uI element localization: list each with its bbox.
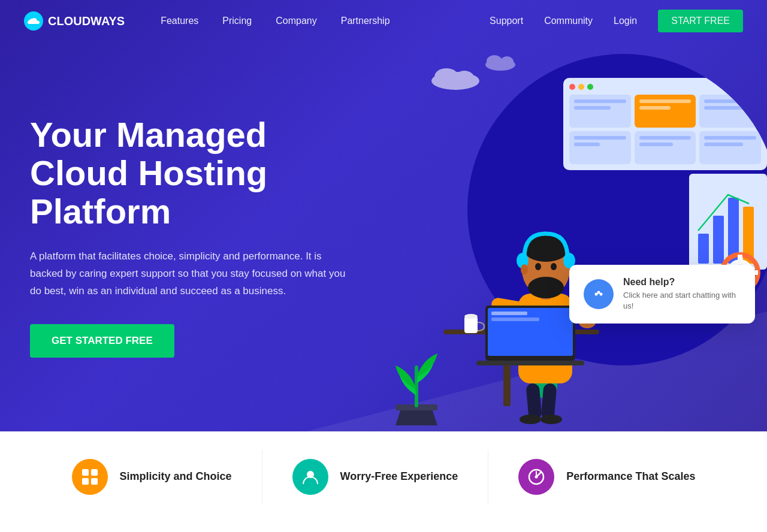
logo-icon — [24, 11, 43, 31]
navbar: CLOUDWAYS Features Pricing Company Partn… — [0, 0, 767, 42]
hero-illustration — [360, 42, 767, 425]
svg-point-51 — [600, 292, 603, 295]
chat-title: Need help? — [623, 277, 741, 288]
feature-worry-free: Worry-Free Experience — [262, 450, 489, 504]
feature-simplicity: Simplicity and Choice — [42, 450, 262, 504]
db-card-3 — [699, 95, 761, 128]
dashboard-window — [563, 78, 767, 170]
svg-rect-55 — [91, 478, 98, 485]
hero-content: Your Managed Cloud Hosting Platform A pl… — [0, 80, 372, 394]
chat-icon — [584, 279, 614, 309]
nav-login[interactable]: Login — [614, 16, 637, 26]
feature-icon-worry-free — [292, 459, 328, 495]
chat-subtitle: Click here and start chatting with us! — [623, 290, 741, 312]
nav-community[interactable]: Community — [544, 16, 593, 26]
nav-features[interactable]: Features — [161, 16, 198, 26]
db-card-4 — [569, 131, 631, 164]
feature-icon-simplicity — [72, 459, 108, 495]
dashboard-grid — [569, 95, 761, 164]
svg-rect-44 — [464, 316, 478, 333]
svg-rect-41 — [491, 312, 527, 315]
nav-links-right: Support Community Login START FREE — [490, 10, 743, 32]
plant-svg — [389, 347, 443, 425]
feature-text-performance: Performance That Scales — [566, 470, 695, 484]
feature-text-worry-free: Worry-Free Experience — [340, 470, 458, 484]
svg-rect-54 — [82, 478, 89, 485]
logo-text: CLOUDWAYS — [48, 14, 125, 28]
db-card-2 — [635, 95, 696, 128]
svg-rect-43 — [476, 361, 584, 365]
logo[interactable]: CLOUDWAYS — [24, 11, 125, 31]
chat-widget[interactable]: Need help? Click here and start chatting… — [569, 265, 755, 324]
feature-performance: Performance That Scales — [488, 450, 725, 504]
feature-title-performance: Performance That Scales — [566, 470, 695, 483]
svg-point-32 — [535, 263, 541, 270]
dot-green — [587, 84, 593, 90]
svg-point-28 — [528, 277, 564, 298]
svg-rect-7 — [698, 234, 709, 264]
window-controls — [569, 84, 761, 90]
db-card-5 — [635, 131, 696, 164]
hero-subtitle: A platform that facilitates choice, simp… — [30, 248, 354, 300]
features-bar: Simplicity and Choice Worry-Free Experie… — [0, 431, 767, 516]
svg-point-34 — [521, 264, 528, 275]
svg-point-60 — [535, 476, 538, 479]
svg-rect-42 — [491, 318, 539, 321]
svg-point-45 — [464, 314, 478, 319]
nav-start-free-button[interactable]: START FREE — [658, 10, 743, 32]
nav-support[interactable]: Support — [490, 16, 523, 26]
hero-cta-button[interactable]: GET STARTED FREE — [30, 324, 174, 358]
feature-title-simplicity: Simplicity and Choice — [120, 470, 232, 483]
nav-partnership[interactable]: Partnership — [341, 16, 390, 26]
svg-point-33 — [551, 263, 557, 270]
svg-rect-53 — [91, 469, 98, 476]
nav-links-left: Features Pricing Company Partnership — [161, 16, 490, 26]
hero-title: Your Managed Cloud Hosting Platform — [30, 116, 372, 230]
svg-point-23 — [520, 415, 541, 424]
feature-icon-performance — [518, 459, 554, 495]
db-card-1 — [569, 95, 631, 128]
dot-yellow — [578, 84, 584, 90]
svg-point-49 — [595, 292, 598, 295]
svg-rect-52 — [82, 469, 89, 476]
svg-point-50 — [597, 291, 600, 294]
feature-title-worry-free: Worry-Free Experience — [340, 470, 458, 483]
hero-section: Your Managed Cloud Hosting Platform A pl… — [0, 0, 767, 431]
nav-company[interactable]: Company — [276, 16, 316, 26]
db-card-6 — [699, 131, 761, 164]
dot-red — [569, 84, 575, 90]
svg-point-24 — [540, 415, 562, 424]
feature-text-simplicity: Simplicity and Choice — [120, 470, 232, 484]
chat-text: Need help? Click here and start chatting… — [623, 277, 741, 312]
nav-pricing[interactable]: Pricing — [222, 16, 252, 26]
